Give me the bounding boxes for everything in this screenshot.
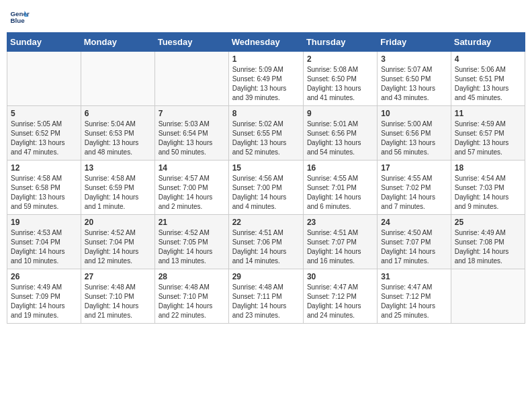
day-number: 24 [381, 218, 447, 227]
day-info: Sunrise: 5:03 AM Sunset: 6:54 PM Dayligh… [159, 120, 225, 157]
day-number: 30 [307, 272, 373, 281]
day-info: Sunrise: 4:51 AM Sunset: 7:06 PM Dayligh… [232, 228, 300, 266]
calendar-cell: 17Sunrise: 4:55 AM Sunset: 7:02 PM Dayli… [378, 161, 451, 215]
day-info: Sunrise: 4:48 AM Sunset: 7:10 PM Dayligh… [159, 283, 225, 320]
day-number: 3 [381, 54, 447, 64]
day-info: Sunrise: 5:06 AM Sunset: 6:51 PM Dayligh… [455, 65, 521, 103]
day-info: Sunrise: 4:49 AM Sunset: 7:08 PM Dayligh… [455, 228, 521, 266]
day-number: 14 [159, 163, 225, 173]
day-info: Sunrise: 4:52 AM Sunset: 7:05 PM Dayligh… [159, 228, 225, 266]
day-header-saturday: Saturday [451, 33, 525, 52]
day-number: 22 [232, 218, 300, 227]
day-number: 17 [381, 163, 447, 173]
calendar-cell: 30Sunrise: 4:47 AM Sunset: 7:12 PM Dayli… [303, 269, 377, 324]
calendar-cell: 14Sunrise: 4:57 AM Sunset: 7:00 PM Dayli… [154, 161, 228, 215]
calendar-cell [7, 52, 81, 106]
day-info: Sunrise: 5:09 AM Sunset: 6:49 PM Dayligh… [232, 65, 300, 103]
day-number: 6 [85, 109, 151, 118]
day-header-friday: Friday [378, 33, 451, 52]
calendar-cell: 23Sunrise: 4:51 AM Sunset: 7:07 PM Dayli… [303, 215, 377, 269]
day-header-monday: Monday [81, 33, 154, 52]
day-info: Sunrise: 4:54 AM Sunset: 7:03 PM Dayligh… [455, 174, 521, 212]
calendar-cell [451, 269, 525, 324]
calendar-cell: 16Sunrise: 4:55 AM Sunset: 7:01 PM Dayli… [303, 161, 377, 215]
calendar-cell: 11Sunrise: 4:59 AM Sunset: 6:57 PM Dayli… [451, 106, 525, 161]
day-info: Sunrise: 4:49 AM Sunset: 7:09 PM Dayligh… [11, 283, 77, 320]
logo-icon: General Blue [9, 7, 30, 27]
calendar-cell: 7Sunrise: 5:03 AM Sunset: 6:54 PM Daylig… [154, 106, 228, 161]
day-info: Sunrise: 5:00 AM Sunset: 6:56 PM Dayligh… [381, 120, 447, 157]
day-header-sunday: Sunday [7, 33, 81, 52]
calendar-week-3: 12Sunrise: 4:58 AM Sunset: 6:58 PM Dayli… [7, 161, 525, 215]
day-info: Sunrise: 4:55 AM Sunset: 7:01 PM Dayligh… [307, 174, 373, 212]
calendar-cell: 4Sunrise: 5:06 AM Sunset: 6:51 PM Daylig… [451, 52, 525, 106]
calendar-cell: 2Sunrise: 5:08 AM Sunset: 6:50 PM Daylig… [303, 52, 377, 106]
day-number: 1 [232, 54, 300, 64]
calendar-header-row: SundayMondayTuesdayWednesdayThursdayFrid… [7, 33, 525, 52]
calendar-cell: 13Sunrise: 4:58 AM Sunset: 6:59 PM Dayli… [81, 161, 154, 215]
calendar-cell: 1Sunrise: 5:09 AM Sunset: 6:49 PM Daylig… [228, 52, 303, 106]
calendar-week-4: 19Sunrise: 4:53 AM Sunset: 7:04 PM Dayli… [7, 215, 525, 269]
day-number: 27 [85, 272, 151, 281]
day-info: Sunrise: 4:58 AM Sunset: 6:58 PM Dayligh… [11, 174, 77, 212]
day-number: 26 [11, 272, 77, 281]
day-number: 7 [159, 109, 225, 118]
day-number: 9 [307, 109, 373, 118]
day-number: 31 [381, 272, 447, 281]
calendar-cell: 24Sunrise: 4:50 AM Sunset: 7:07 PM Dayli… [378, 215, 451, 269]
calendar-cell: 15Sunrise: 4:56 AM Sunset: 7:00 PM Dayli… [228, 161, 303, 215]
day-number: 11 [455, 109, 521, 118]
day-info: Sunrise: 4:57 AM Sunset: 7:00 PM Dayligh… [159, 174, 225, 212]
calendar-cell: 28Sunrise: 4:48 AM Sunset: 7:10 PM Dayli… [154, 269, 228, 324]
calendar-cell: 18Sunrise: 4:54 AM Sunset: 7:03 PM Dayli… [451, 161, 525, 215]
day-info: Sunrise: 5:01 AM Sunset: 6:56 PM Dayligh… [307, 120, 373, 157]
calendar-cell: 9Sunrise: 5:01 AM Sunset: 6:56 PM Daylig… [303, 106, 377, 161]
day-number: 23 [307, 218, 373, 227]
day-header-tuesday: Tuesday [154, 33, 228, 52]
calendar-cell: 27Sunrise: 4:48 AM Sunset: 7:10 PM Dayli… [81, 269, 154, 324]
day-number: 28 [159, 272, 225, 281]
day-number: 18 [455, 163, 521, 173]
calendar-cell: 10Sunrise: 5:00 AM Sunset: 6:56 PM Dayli… [378, 106, 451, 161]
logo: General Blue [9, 7, 30, 27]
day-number: 10 [381, 109, 447, 118]
day-header-thursday: Thursday [303, 33, 377, 52]
day-number: 16 [307, 163, 373, 173]
day-info: Sunrise: 4:59 AM Sunset: 6:57 PM Dayligh… [455, 120, 521, 157]
day-info: Sunrise: 5:04 AM Sunset: 6:53 PM Dayligh… [85, 120, 151, 157]
day-number: 21 [159, 218, 225, 227]
calendar-week-1: 1Sunrise: 5:09 AM Sunset: 6:49 PM Daylig… [7, 52, 525, 106]
calendar-week-5: 26Sunrise: 4:49 AM Sunset: 7:09 PM Dayli… [7, 269, 525, 324]
calendar-cell [81, 52, 154, 106]
calendar-cell: 26Sunrise: 4:49 AM Sunset: 7:09 PM Dayli… [7, 269, 81, 324]
day-number: 19 [11, 218, 77, 227]
day-number: 4 [455, 54, 521, 64]
day-number: 12 [11, 163, 77, 173]
calendar-cell: 31Sunrise: 4:47 AM Sunset: 7:12 PM Dayli… [378, 269, 451, 324]
calendar-week-2: 5Sunrise: 5:05 AM Sunset: 6:52 PM Daylig… [7, 106, 525, 161]
day-number: 15 [232, 163, 300, 173]
day-info: Sunrise: 4:53 AM Sunset: 7:04 PM Dayligh… [11, 228, 77, 266]
calendar-cell: 6Sunrise: 5:04 AM Sunset: 6:53 PM Daylig… [81, 106, 154, 161]
day-info: Sunrise: 4:47 AM Sunset: 7:12 PM Dayligh… [381, 283, 447, 320]
calendar-cell: 19Sunrise: 4:53 AM Sunset: 7:04 PM Dayli… [7, 215, 81, 269]
day-info: Sunrise: 4:52 AM Sunset: 7:04 PM Dayligh… [85, 228, 151, 266]
calendar-table: SundayMondayTuesdayWednesdayThursdayFrid… [7, 32, 525, 324]
calendar-cell [154, 52, 228, 106]
day-info: Sunrise: 4:55 AM Sunset: 7:02 PM Dayligh… [381, 174, 447, 212]
day-info: Sunrise: 4:48 AM Sunset: 7:11 PM Dayligh… [232, 283, 300, 320]
calendar-cell: 29Sunrise: 4:48 AM Sunset: 7:11 PM Dayli… [228, 269, 303, 324]
calendar-cell: 22Sunrise: 4:51 AM Sunset: 7:06 PM Dayli… [228, 215, 303, 269]
day-number: 29 [232, 272, 300, 281]
day-info: Sunrise: 4:47 AM Sunset: 7:12 PM Dayligh… [307, 283, 373, 320]
day-header-wednesday: Wednesday [228, 33, 303, 52]
day-info: Sunrise: 4:51 AM Sunset: 7:07 PM Dayligh… [307, 228, 373, 266]
day-info: Sunrise: 4:56 AM Sunset: 7:00 PM Dayligh… [232, 174, 300, 212]
calendar-cell: 20Sunrise: 4:52 AM Sunset: 7:04 PM Dayli… [81, 215, 154, 269]
page-header: General Blue [7, 7, 525, 27]
day-info: Sunrise: 4:58 AM Sunset: 6:59 PM Dayligh… [85, 174, 151, 212]
svg-text:Blue: Blue [11, 17, 26, 24]
calendar-cell: 21Sunrise: 4:52 AM Sunset: 7:05 PM Dayli… [154, 215, 228, 269]
day-number: 25 [455, 218, 521, 227]
day-number: 2 [307, 54, 373, 64]
